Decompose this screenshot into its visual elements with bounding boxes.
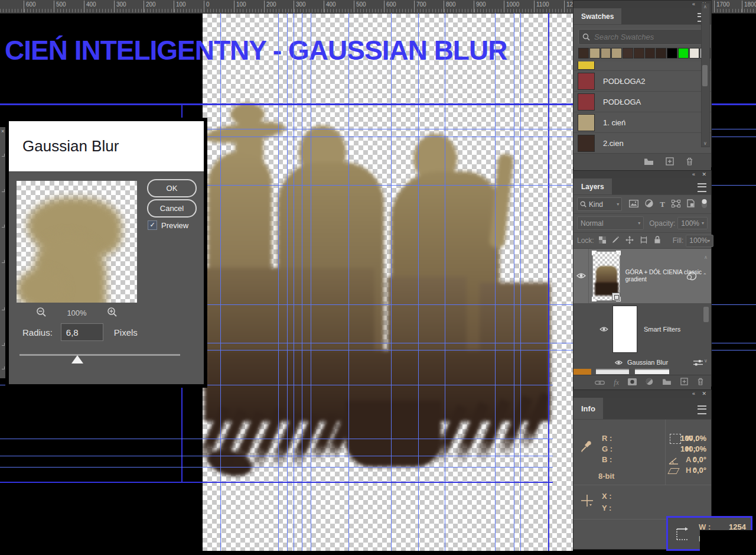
blend-mode-dropdown[interactable]: Normal ▾: [577, 216, 644, 230]
swatch-color-chip[interactable]: [578, 73, 595, 90]
blur-preview-thumbnail[interactable]: [17, 181, 137, 303]
close-panel-icon[interactable]: ✕: [702, 391, 706, 397]
filter-on-toggle[interactable]: [701, 199, 708, 210]
next-layer-color-tag: [573, 369, 591, 375]
layers-scrollbar[interactable]: ∧ ∨: [702, 250, 710, 372]
zoom-out-icon[interactable]: [36, 307, 47, 319]
scroll-up-icon[interactable]: ∧: [702, 4, 708, 9]
close-icon[interactable]: ×: [1, 128, 4, 134]
gaussian-blur-filter-row[interactable]: Gaussian Blur: [573, 355, 711, 369]
lock-transparency-icon[interactable]: [599, 236, 606, 245]
filter-smart-objects-icon[interactable]: [687, 199, 695, 209]
chevron-down-icon: ▾: [702, 220, 704, 226]
mini-swatch[interactable]: [589, 48, 600, 59]
radius-input[interactable]: [61, 323, 103, 341]
layer-filter-kind-dropdown[interactable]: Kind ▾: [577, 197, 622, 211]
swatch-row[interactable]: PODŁOGA2: [573, 70, 711, 91]
delete-layer-trash-icon[interactable]: [697, 377, 704, 388]
new-group-folder-icon[interactable]: [644, 157, 654, 168]
scrollbar-thumb[interactable]: [702, 65, 708, 86]
visibility-eye-icon[interactable]: [599, 324, 608, 335]
ruler-label: 200: [264, 1, 276, 12]
swatch-color-chip[interactable]: [578, 93, 595, 111]
slider-thumb[interactable]: [71, 355, 83, 363]
scroll-down-icon[interactable]: ∨: [702, 141, 708, 146]
scroll-up-icon[interactable]: ∧: [703, 255, 709, 260]
new-adjustment-layer-icon[interactable]: [646, 377, 653, 388]
swatch-row[interactable]: 1. cień: [573, 112, 711, 132]
width-value: 100,0%: [671, 434, 706, 443]
lock-label: Lock:: [577, 236, 594, 245]
swatch-row[interactable]: PODŁOGA: [573, 91, 711, 112]
fill-dropdown[interactable]: 100% ▾: [686, 235, 713, 247]
new-layer-icon[interactable]: [680, 377, 688, 388]
tab-info[interactable]: Info: [573, 398, 603, 419]
partial-next-layer-row[interactable]: [573, 369, 711, 375]
lock-all-padlock-icon[interactable]: [654, 236, 661, 245]
panel-menu-icon[interactable]: [698, 183, 706, 192]
collapsed-panel-edge[interactable]: ×: [0, 127, 7, 378]
mini-swatch[interactable]: [601, 48, 611, 59]
blend-mode-value: Normal: [581, 219, 604, 228]
layer-thumbnail[interactable]: [593, 252, 620, 300]
scroll-down-icon[interactable]: ∨: [703, 358, 709, 363]
swatch-color-chip[interactable]: [578, 135, 595, 152]
new-swatch-icon[interactable]: [666, 157, 674, 168]
smart-filters-row[interactable]: Smart Filters: [573, 303, 711, 355]
swatch-row[interactable]: 2.cien: [573, 132, 711, 153]
preview-checkbox[interactable]: ✓: [148, 220, 157, 230]
mini-swatch[interactable]: [689, 48, 700, 59]
tab-layers[interactable]: Layers: [573, 178, 612, 194]
swatch-row-partial[interactable]: [573, 61, 711, 70]
filter-blending-options-icon[interactable]: [693, 358, 703, 369]
mini-swatch[interactable]: [578, 48, 589, 59]
document-canvas[interactable]: [203, 13, 573, 551]
scrollbar-thumb[interactable]: [703, 307, 709, 322]
mini-swatch[interactable]: [645, 48, 656, 59]
swatch-search-box[interactable]: [578, 29, 705, 45]
slider-track[interactable]: [19, 354, 180, 356]
lock-artboard-icon[interactable]: [640, 236, 648, 245]
lock-position-move-icon[interactable]: [625, 236, 634, 246]
mini-swatch[interactable]: [623, 48, 633, 59]
panel-menu-icon[interactable]: [698, 405, 706, 414]
mini-swatch[interactable]: [667, 48, 677, 59]
visibility-eye-icon[interactable]: [576, 271, 586, 281]
tab-swatches[interactable]: Swatches: [573, 8, 621, 24]
layer-row-smart-object[interactable]: GÓRA + DÓŁ CIENIA classic gradient ⌃: [573, 249, 711, 303]
search-input[interactable]: [593, 32, 696, 42]
radius-slider[interactable]: [19, 353, 180, 365]
mini-swatch[interactable]: [678, 48, 689, 59]
layer-name[interactable]: GÓRA + DÓŁ CIENIA classic gradient: [625, 269, 711, 283]
swatches-scrollbar[interactable]: ∧ ∨: [701, 3, 710, 147]
filter-mask-thumbnail[interactable]: [613, 306, 637, 352]
cancel-button[interactable]: Cancel: [147, 199, 197, 218]
zoom-in-icon[interactable]: [107, 307, 118, 319]
swatch-color-chip[interactable]: [578, 114, 595, 131]
bottom-edge: [0, 551, 756, 555]
close-panel-icon[interactable]: ✕: [702, 171, 706, 177]
collapse-panel-icon[interactable]: «: [692, 391, 695, 397]
link-layers-icon[interactable]: [595, 377, 605, 388]
ok-button[interactable]: OK: [147, 179, 197, 197]
collapse-panel-icon[interactable]: «: [692, 171, 695, 177]
ruler-label: 600: [24, 1, 36, 12]
filter-pixel-layers-icon[interactable]: [629, 200, 638, 209]
collapse-panel-icon[interactable]: «: [692, 1, 695, 7]
filter-type-layers-icon[interactable]: T: [660, 200, 665, 209]
delete-swatch-trash-icon[interactable]: [686, 157, 693, 168]
mini-swatch[interactable]: [634, 48, 644, 59]
smart-filter-badge-icon[interactable]: [686, 271, 697, 283]
opacity-dropdown[interactable]: 100% ▾: [677, 217, 708, 229]
mini-swatch[interactable]: [611, 48, 622, 59]
filter-adjustment-layers-icon[interactable]: [645, 199, 653, 209]
new-group-folder-icon[interactable]: [662, 377, 672, 388]
filter-shape-layers-icon[interactable]: [672, 200, 680, 209]
lock-pixels-brush-icon[interactable]: [612, 236, 620, 245]
swatch-color-chip[interactable]: [578, 61, 595, 70]
mini-swatch[interactable]: [656, 48, 666, 59]
layer-style-fx-icon[interactable]: fx: [614, 378, 619, 387]
dialog-titlebar[interactable]: Gaussian Blur: [9, 121, 204, 172]
add-layer-mask-icon[interactable]: [628, 377, 637, 388]
visibility-eye-icon[interactable]: [615, 357, 623, 368]
